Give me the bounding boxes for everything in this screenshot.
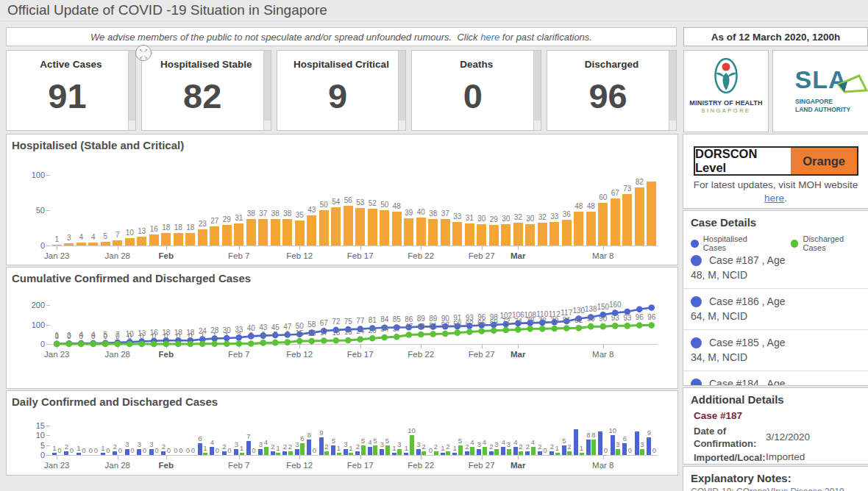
case-row[interactable]: Case #185 , Age34, M, NCID	[683, 330, 868, 371]
bar-mark[interactable]	[507, 449, 511, 455]
point-mark[interactable]	[491, 327, 497, 334]
bar-mark[interactable]	[380, 210, 389, 246]
point-mark[interactable]	[466, 323, 473, 329]
bar-mark[interactable]	[410, 435, 414, 455]
case-row[interactable]: Case #184 , Age	[683, 371, 868, 386]
point-mark[interactable]	[478, 328, 485, 334]
bar-mark[interactable]	[198, 229, 207, 246]
bar-mark[interactable]	[635, 187, 644, 246]
point-mark[interactable]	[563, 318, 570, 325]
bar-mark[interactable]	[282, 219, 292, 246]
point-mark[interactable]	[321, 337, 327, 344]
point-mark[interactable]	[235, 334, 242, 341]
bar-mark[interactable]	[361, 445, 366, 455]
bar-mark[interactable]	[611, 198, 620, 246]
bar-mark[interactable]	[501, 224, 511, 246]
point-mark[interactable]	[308, 329, 315, 336]
bar-mark[interactable]	[555, 453, 560, 455]
bar-mark[interactable]	[416, 218, 426, 246]
bar-mark[interactable]	[489, 451, 494, 455]
point-mark[interactable]	[588, 323, 594, 330]
bar-mark[interactable]	[465, 451, 469, 455]
bar-mark[interactable]	[549, 222, 559, 246]
bar-mark[interactable]	[113, 240, 122, 246]
point-mark[interactable]	[478, 322, 485, 329]
point-mark[interactable]	[648, 322, 655, 329]
point-mark[interactable]	[78, 340, 85, 347]
bar-mark[interactable]	[52, 245, 62, 246]
bar-mark[interactable]	[174, 233, 183, 246]
point-mark[interactable]	[394, 334, 400, 340]
point-mark[interactable]	[551, 326, 558, 332]
point-mark[interactable]	[442, 323, 449, 330]
point-mark[interactable]	[527, 326, 533, 332]
point-mark[interactable]	[418, 323, 424, 330]
bar-mark[interactable]	[77, 243, 86, 246]
bar-mark[interactable]	[519, 451, 523, 455]
bar-mark[interactable]	[622, 194, 632, 246]
point-mark[interactable]	[332, 337, 339, 344]
bar-mark[interactable]	[598, 203, 608, 246]
point-mark[interactable]	[405, 324, 412, 331]
past-clarifications-link[interactable]: here	[480, 32, 499, 43]
point-mark[interactable]	[551, 319, 558, 326]
bar-mark[interactable]	[88, 243, 98, 246]
bar-mark[interactable]	[64, 243, 74, 246]
scrollbar[interactable]	[533, 51, 541, 130]
bar-mark[interactable]	[616, 449, 620, 455]
point-mark[interactable]	[430, 331, 436, 337]
bar-mark[interactable]	[355, 208, 365, 246]
bar-mark[interactable]	[125, 238, 135, 246]
bar-mark[interactable]	[258, 219, 268, 246]
bar-mark[interactable]	[373, 445, 377, 455]
bar-mark[interactable]	[525, 451, 530, 455]
point-mark[interactable]	[575, 315, 582, 322]
bar-mark[interactable]	[295, 221, 305, 246]
bar-mark[interactable]	[246, 219, 256, 246]
point-mark[interactable]	[187, 337, 193, 344]
bar-mark[interactable]	[574, 212, 583, 246]
bar-mark[interactable]	[271, 219, 280, 246]
point-mark[interactable]	[527, 320, 533, 326]
bar-mark[interactable]	[421, 451, 426, 455]
point-mark[interactable]	[515, 320, 522, 327]
point-mark[interactable]	[163, 337, 169, 344]
bar-mark[interactable]	[240, 453, 244, 455]
bar-mark[interactable]	[385, 445, 390, 455]
bar-mark[interactable]	[210, 226, 219, 246]
bar-mark[interactable]	[380, 449, 384, 455]
bar-mark[interactable]	[397, 449, 402, 455]
point-mark[interactable]	[224, 335, 230, 342]
bar-mark[interactable]	[567, 451, 572, 455]
expand-icon[interactable]: ↖↗↙↘	[135, 45, 152, 61]
point-mark[interactable]	[211, 335, 218, 342]
bar-mark[interactable]	[591, 440, 596, 455]
point-mark[interactable]	[491, 322, 497, 329]
point-mark[interactable]	[405, 331, 412, 338]
bar-mark[interactable]	[392, 453, 396, 455]
point-mark[interactable]	[502, 327, 509, 334]
bar-mark[interactable]	[324, 451, 329, 455]
point-mark[interactable]	[199, 336, 206, 343]
point-mark[interactable]	[624, 323, 630, 329]
point-mark[interactable]	[648, 304, 655, 311]
point-mark[interactable]	[539, 326, 546, 332]
point-mark[interactable]	[539, 320, 546, 326]
point-mark[interactable]	[284, 331, 291, 338]
point-mark[interactable]	[357, 326, 363, 332]
case-row[interactable]: Case #186 , Age64, M, NCID	[683, 289, 868, 330]
point-mark[interactable]	[357, 336, 363, 343]
bar-mark[interactable]	[580, 453, 584, 455]
bar-mark[interactable]	[441, 219, 450, 246]
bar-mark[interactable]	[222, 225, 232, 246]
point-mark[interactable]	[332, 327, 339, 334]
point-mark[interactable]	[612, 309, 619, 316]
point-mark[interactable]	[260, 332, 266, 339]
point-mark[interactable]	[369, 325, 376, 331]
bar-mark[interactable]	[647, 182, 656, 246]
point-mark[interactable]	[381, 324, 388, 331]
bar-mark[interactable]	[465, 223, 474, 246]
bar-mark[interactable]	[337, 453, 341, 455]
point-mark[interactable]	[369, 335, 376, 342]
point-mark[interactable]	[175, 337, 182, 344]
